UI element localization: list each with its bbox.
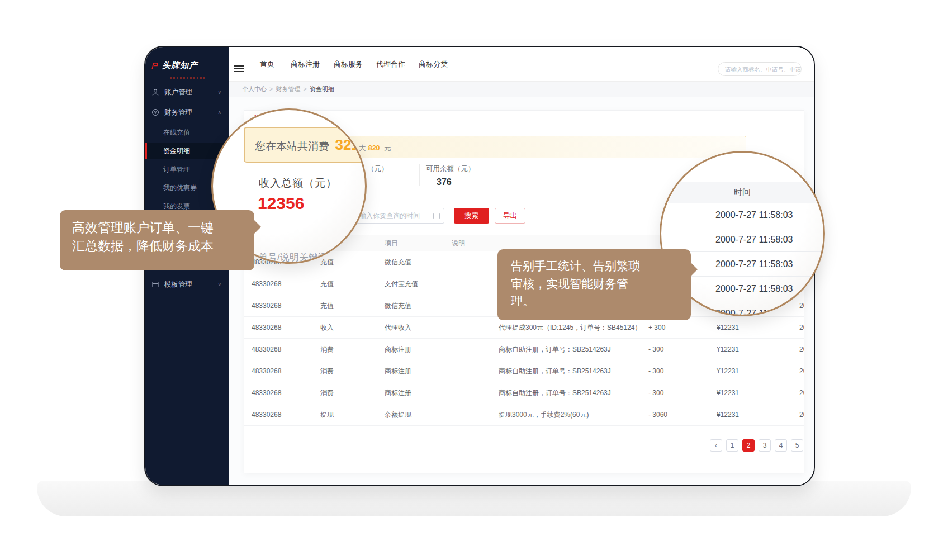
search-button[interactable]: 搜索: [454, 208, 489, 224]
table-row[interactable]: 48330268 提现 余额提现 提现3000元，手续费2%(60元) - 30…: [244, 404, 804, 426]
cell-description: 提现3000元，手续费2%(60元): [499, 404, 589, 425]
callout-line: 高效管理账户订单、一键: [72, 219, 254, 237]
sidebar-item-template[interactable]: 模板管理 ∨: [145, 276, 229, 293]
cell-balance: ¥12231: [717, 382, 739, 404]
sidebar-item-label: 模板管理: [164, 280, 192, 290]
cell-project: 商标注册: [385, 360, 411, 382]
calendar-icon: [433, 213, 440, 219]
cell-description: 商标自助注册，订单号：SB2514263J: [499, 360, 611, 382]
pagination-page-button[interactable]: 2: [742, 439, 755, 452]
top-nav-item[interactable]: 商标分类: [419, 47, 448, 82]
pagination-pages: 12345: [726, 439, 803, 452]
cell-project: 支付宝充值: [385, 273, 418, 295]
date-query-input[interactable]: [353, 208, 444, 224]
magnified-time-cell: 2000-7-27 11:58:03: [661, 203, 823, 227]
magnified-banner-prefix: 您在本站共消费: [255, 140, 329, 152]
cell-balance: ¥12231: [717, 360, 739, 382]
cell-order-no: 48330268: [252, 382, 281, 404]
sidebar-item-finance[interactable]: 财务管理 ∧: [145, 104, 229, 121]
top-nav-item[interactable]: 商标注册: [291, 47, 320, 82]
callout-line: 汇总数据，降低财务成本: [72, 237, 254, 255]
banner-unit: 元: [384, 144, 391, 152]
top-nav-item[interactable]: 代理合作: [376, 47, 405, 82]
cell-balance: ¥12231: [717, 404, 739, 425]
banner-mid: 大: [359, 144, 366, 152]
cell-amount: - 3060: [648, 404, 667, 425]
finance-icon: [151, 108, 159, 116]
cell-description: 商标自助注册，订单号：SB2514263J: [499, 339, 611, 360]
pagination-page-button[interactable]: 1: [726, 439, 738, 452]
breadcrumb-item[interactable]: 个人中心: [242, 86, 267, 92]
cell-amount: - 300: [648, 382, 663, 404]
sort-caret-icon: ∨: [386, 235, 391, 251]
breadcrumb-separator: >: [269, 86, 273, 92]
cell-order-no: 48330268: [252, 339, 281, 360]
breadcrumb-item[interactable]: 资金明细: [310, 86, 334, 92]
cell-project: 商标注册: [385, 382, 411, 404]
cell-order-no: 48330268: [252, 360, 281, 382]
chevron-up-icon: ∧: [217, 110, 221, 115]
export-button[interactable]: 导出: [495, 208, 525, 224]
pagination-page-button[interactable]: 3: [759, 439, 771, 452]
sidebar-item-label: 账户管理: [164, 88, 192, 97]
cell-amount: - 300: [648, 339, 663, 360]
table-row[interactable]: 48330268 消费 商标注册 商标自助注册，订单号：SB2514263J -…: [244, 339, 804, 360]
cell-order-no: 48330268: [252, 404, 281, 425]
callout-line: 告别手工统计、告别繁琐: [511, 257, 691, 275]
app-logo[interactable]: 头牌知产: [151, 60, 198, 71]
cell-order-no: 48330268: [252, 273, 281, 295]
table-row[interactable]: 48330268 消费 商标注册 商标自助注册，订单号：SB2514263J -…: [244, 382, 804, 404]
pagination-page-button[interactable]: 4: [775, 439, 787, 452]
stat-balance-value: 376: [437, 177, 452, 187]
breadcrumb: 个人中心>财务管理>资金明细: [229, 82, 814, 97]
cell-time: 2000-7-27 11:58:03: [799, 295, 804, 316]
stats-divider: [419, 164, 420, 186]
stat-expense-label: （元）: [367, 164, 388, 174]
cell-type: 充值: [320, 295, 334, 316]
callout-line: 理。: [511, 292, 691, 310]
cell-description: 商标自助注册，订单号：SB2514263J: [499, 382, 611, 404]
stat-balance-label: 可用余额（元）: [426, 164, 475, 174]
cell-time: 2000-7-27 11:58:03: [799, 339, 804, 360]
cell-time: 2000-7-27 11:58:03: [799, 317, 804, 338]
magnified-income-label: 收入总额（元）: [259, 176, 337, 191]
cell-amount: - 300: [648, 360, 663, 382]
top-nav-item[interactable]: 商标服务: [334, 47, 363, 82]
breadcrumb-item[interactable]: 财务管理: [276, 86, 300, 92]
cell-time: 2000-7-27 11:58:03: [799, 360, 804, 382]
pagination-page-button[interactable]: 5: [791, 439, 803, 452]
cell-time: 2000-7-27 11:58:03: [799, 404, 804, 425]
sidebar-item-account[interactable]: 账户管理 ∨: [145, 84, 229, 101]
cell-project: 商标注册: [385, 339, 411, 360]
template-icon: [151, 281, 159, 288]
cell-balance: ¥12231: [717, 339, 739, 360]
magnified-time-cell: 2000-7-27 11:58:03: [661, 227, 823, 252]
callout-line: 审核，实现智能财务管: [511, 275, 691, 293]
table-row[interactable]: 48330268 消费 商标注册 商标自助注册，订单号：SB2514263J -…: [244, 360, 804, 382]
logo-text: 头牌知产: [162, 60, 198, 71]
cell-order-no: 48330268: [252, 317, 281, 338]
pagination-prev-button[interactable]: ‹: [710, 439, 722, 452]
cell-project: 微信充值: [385, 251, 411, 273]
user-icon: [151, 88, 159, 96]
stage: 头牌知产 账户管理 ∨ 财务管理 ∧ 在线充值资金明细订单管理我的优惠券我的发票…: [0, 0, 948, 560]
chevron-down-icon: ∨: [217, 282, 221, 287]
chevron-down-icon: ∨: [217, 89, 221, 95]
cell-order-no: 48330268: [252, 295, 281, 316]
logo-icon: [151, 62, 159, 70]
callout-left: 高效管理账户订单、一键汇总数据，降低财务成本: [60, 210, 254, 270]
sidebar-item-label: 财务管理: [164, 108, 192, 117]
cell-type: 消费: [320, 360, 334, 382]
cell-type: 充值: [320, 273, 334, 295]
banner-saving: 820: [368, 144, 380, 152]
cell-type: 消费: [320, 382, 334, 404]
sidebar-subitem[interactable]: 在线充值: [145, 124, 229, 141]
cell-time: 2000-7-27 11:58:03: [799, 382, 804, 404]
top-nav-item[interactable]: 首页: [260, 47, 274, 82]
pagination: ‹ 12345 ›: [710, 439, 804, 452]
cell-balance: ¥12231: [717, 317, 739, 338]
hamburger-menu-icon[interactable]: [234, 65, 244, 74]
cell-project: 微信充值: [385, 295, 411, 316]
trademark-search-input[interactable]: [718, 62, 802, 76]
cell-type: 提现: [320, 404, 334, 425]
